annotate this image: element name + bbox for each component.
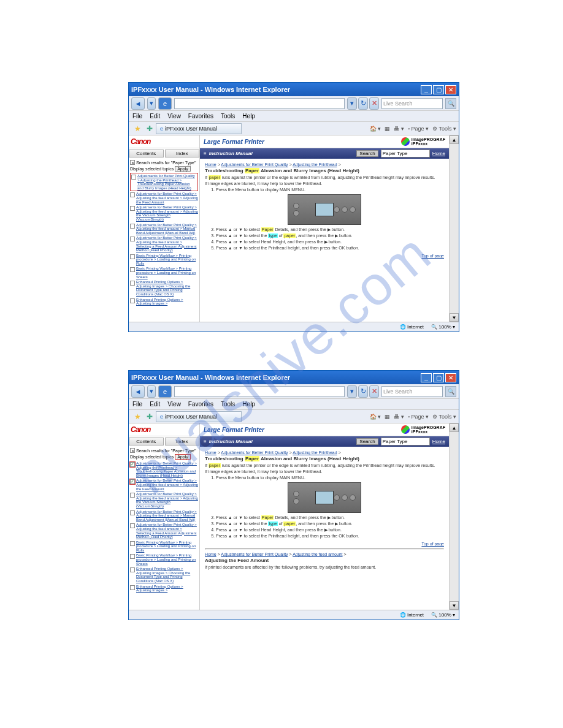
apply-button[interactable]: Apply <box>175 454 191 460</box>
maximize-button[interactable]: ▢ <box>433 373 444 382</box>
menu-help[interactable]: Help <box>242 401 255 408</box>
contents-tab[interactable]: Contents <box>129 438 164 446</box>
scroll-up-button[interactable]: ▲ <box>450 423 459 432</box>
result-checkbox[interactable] <box>130 585 135 590</box>
print-icon[interactable]: 🖶 ▾ <box>394 414 404 420</box>
result-checkbox[interactable] <box>130 554 135 559</box>
go-button[interactable]: ▾ <box>347 97 357 110</box>
result-checkbox[interactable] <box>130 192 135 197</box>
search-result[interactable]: Enhanced Printing Options > Adjusting Im… <box>130 297 198 306</box>
crumb-adj[interactable]: Adjustments for Better Print Quality <box>221 162 288 167</box>
address-bar[interactable] <box>174 386 345 397</box>
refresh-button[interactable]: ↻ <box>358 385 368 398</box>
result-checkbox[interactable] <box>130 510 135 515</box>
result-checkbox[interactable] <box>130 254 135 259</box>
browser-tab[interactable]: e iPFxxxx User Manual <box>156 411 242 422</box>
print-icon[interactable]: 🖶 ▾ <box>394 126 404 132</box>
search-go-button[interactable]: 🔍 <box>445 386 456 397</box>
zoom-level[interactable]: 🔍 100% ▾ <box>431 612 455 618</box>
minimize-button[interactable]: _ <box>421 373 432 382</box>
address-bar[interactable] <box>174 98 345 109</box>
page-menu[interactable]: ▫ Page ▾ <box>408 414 429 420</box>
close-button[interactable]: ✕ <box>445 85 456 94</box>
scroll-down-button[interactable]: ▼ <box>450 601 459 610</box>
zoom-level[interactable]: 🔍 100% ▾ <box>431 324 455 330</box>
index-tab[interactable]: Index <box>165 438 200 446</box>
menu-tools[interactable]: Tools <box>221 401 235 408</box>
page-menu[interactable]: ▫ Page ▾ <box>408 126 429 132</box>
result-checkbox[interactable] <box>130 523 135 528</box>
home-link[interactable]: Home <box>432 151 445 156</box>
search-result[interactable]: Enhanced Printing Options > Adjusting Im… <box>130 584 198 593</box>
refresh-button[interactable]: ↻ <box>358 97 368 110</box>
scroll-track[interactable] <box>450 432 459 601</box>
search-result[interactable]: Adjustments for Better Print Quality > A… <box>130 205 198 222</box>
apply-button[interactable]: Apply <box>175 166 191 172</box>
result-checkbox[interactable] <box>130 493 135 498</box>
maximize-button[interactable]: ▢ <box>433 85 444 94</box>
menu-edit[interactable]: Edit <box>150 401 160 408</box>
tools-menu[interactable]: ⚙ Tools ▾ <box>432 414 456 420</box>
crumb-adj[interactable]: Adjustments for Better Print Quality <box>221 552 288 556</box>
crumb-home[interactable]: Home <box>205 450 216 455</box>
crumb-feed[interactable]: Adjusting the feed amount <box>293 552 342 556</box>
top-of-page-link[interactable]: Top of page <box>421 542 444 546</box>
result-checkbox[interactable] <box>130 567 135 572</box>
back-button[interactable]: ◄ <box>131 385 145 398</box>
content-search-input[interactable] <box>381 150 430 157</box>
back-button[interactable]: ◄ <box>131 97 145 110</box>
menu-file[interactable]: File <box>132 113 142 119</box>
scrollbar[interactable]: ▲ ▼ <box>449 135 459 322</box>
home-icon[interactable]: 🏠 ▾ <box>370 126 381 132</box>
contents-tab[interactable]: Contents <box>129 150 164 157</box>
result-checkbox[interactable] <box>130 281 135 286</box>
forward-button[interactable]: ▾ <box>147 385 156 398</box>
scroll-track[interactable] <box>450 144 459 313</box>
search-result[interactable]: Enhanced Printing Options > Adjusting Im… <box>130 566 198 583</box>
result-checkbox-checked[interactable] <box>130 462 135 467</box>
search-result[interactable]: Basic Printing Workflow > Printing proce… <box>130 266 198 279</box>
menu-edit[interactable]: Edit <box>150 113 160 119</box>
stop-button[interactable]: ✕ <box>369 97 379 110</box>
menu-icon[interactable]: ≡ <box>204 439 207 444</box>
crumb-home[interactable]: Home <box>205 162 216 167</box>
favorites-icon[interactable]: ★ <box>132 412 142 422</box>
close-x-icon[interactable]: ✕ <box>130 160 135 165</box>
result-checkbox[interactable] <box>131 175 136 180</box>
menu-view[interactable]: View <box>167 401 181 408</box>
menu-favorites[interactable]: Favorites <box>188 113 213 119</box>
result-checkbox[interactable] <box>130 541 135 546</box>
forward-button[interactable]: ▾ <box>147 97 156 110</box>
menu-favorites[interactable]: Favorites <box>188 401 213 408</box>
search-go-button[interactable]: 🔍 <box>445 98 456 109</box>
content-search-button[interactable]: Search <box>356 150 378 157</box>
result-checkbox[interactable] <box>130 237 135 241</box>
result-checkbox[interactable] <box>130 206 135 211</box>
crumb-adj[interactable]: Adjustments for Better Print Quality <box>221 450 288 455</box>
search-result[interactable]: Adjustments for Better Print Quality > A… <box>130 491 198 509</box>
search-result[interactable]: Adjustments for Better Print Quality > A… <box>130 522 198 539</box>
search-result-1[interactable]: Adjustments for Better Print Quality > A… <box>130 173 198 191</box>
content-search-input[interactable] <box>381 438 430 446</box>
result-checkbox[interactable] <box>130 298 135 303</box>
close-x-icon[interactable]: ✕ <box>130 448 135 453</box>
search-result-1[interactable]: Adjustments for Better Print Quality > A… <box>130 461 198 478</box>
scroll-down-button[interactable]: ▼ <box>450 313 459 322</box>
home-icon[interactable]: 🏠 ▾ <box>370 414 381 420</box>
scroll-up-button[interactable]: ▲ <box>450 135 459 144</box>
favorites-icon[interactable]: ★ <box>132 124 142 134</box>
go-button[interactable]: ▾ <box>347 385 357 398</box>
minimize-button[interactable]: _ <box>421 85 432 94</box>
menu-help[interactable]: Help <box>242 113 255 119</box>
crumb-head[interactable]: Adjusting the Printhead <box>293 162 337 167</box>
result-checkbox[interactable] <box>130 224 135 229</box>
stop-button[interactable]: ✕ <box>369 385 379 398</box>
crumb-head[interactable]: Adjusting the Printhead <box>293 450 337 455</box>
home-link[interactable]: Home <box>432 439 445 444</box>
search-result[interactable]: Enhanced Printing Options > Adjusting Im… <box>130 279 198 297</box>
search-result[interactable]: Basic Printing Workflow > Printing proce… <box>130 540 198 553</box>
content-search-button[interactable]: Search <box>356 438 378 445</box>
add-fav-icon[interactable]: ✚ <box>145 124 155 134</box>
search-result[interactable]: Adjustments for Better Print Quality > A… <box>130 509 198 523</box>
feed-icon[interactable]: ▦ <box>385 414 390 420</box>
